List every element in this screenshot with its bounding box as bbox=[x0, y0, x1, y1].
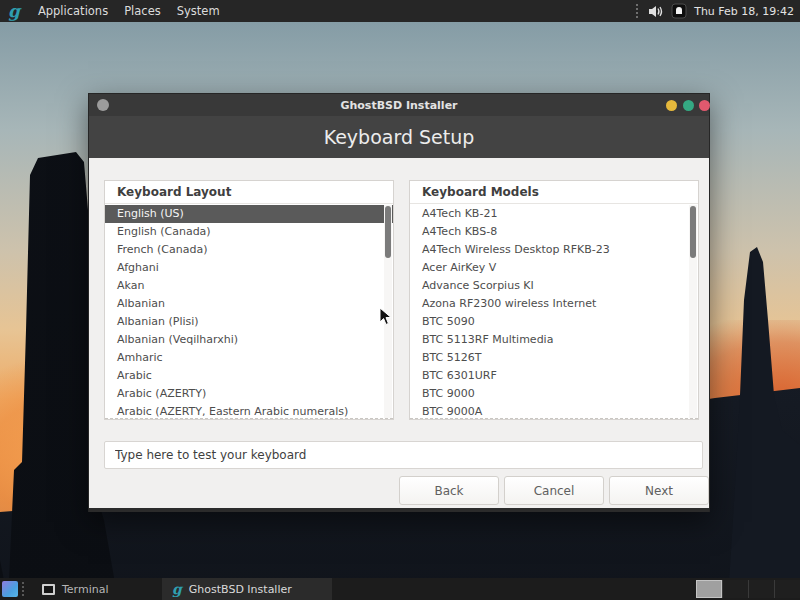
window-menu-button[interactable] bbox=[97, 99, 109, 111]
menu-applications[interactable]: Applications bbox=[30, 0, 116, 22]
clock[interactable]: Thu Feb 18, 19:42 bbox=[694, 5, 800, 18]
page-title: Keyboard Setup bbox=[324, 126, 475, 148]
window-header: Keyboard Setup bbox=[89, 116, 709, 158]
ghostbsd-logo-icon[interactable]: g bbox=[8, 1, 20, 21]
back-button[interactable]: Back bbox=[399, 476, 499, 505]
workspace-cell[interactable] bbox=[696, 580, 722, 598]
ghostbsd-installer-icon: g bbox=[172, 580, 182, 598]
list-item[interactable]: Arabic bbox=[105, 367, 393, 385]
list-item[interactable]: A4Tech KBS-8 bbox=[410, 223, 698, 241]
workspace-cell[interactable] bbox=[774, 580, 800, 598]
keyboard-layout-list[interactable]: English (US)English (Canada)French (Cana… bbox=[105, 205, 393, 419]
top-panel: g Applications Places System Thu Feb 18,… bbox=[0, 0, 800, 22]
list-item[interactable]: English (Canada) bbox=[105, 223, 393, 241]
list-item[interactable]: BTC 5113RF Multimedia bbox=[410, 331, 698, 349]
keyboard-models-panel-title: Keyboard Models bbox=[410, 181, 698, 204]
list-item[interactable]: Albanian (Plisi) bbox=[105, 313, 393, 331]
list-item[interactable]: BTC 6301URF bbox=[410, 367, 698, 385]
list-item[interactable]: Albanian (Veqilharxhi) bbox=[105, 331, 393, 349]
list-item[interactable]: Azona RF2300 wireless Internet bbox=[410, 295, 698, 313]
system-tray: Thu Feb 18, 19:42 bbox=[636, 0, 800, 22]
taskbar-item-installer[interactable]: g GhostBSD Installer bbox=[162, 578, 332, 600]
taskbar-item-label: GhostBSD Installer bbox=[189, 583, 292, 596]
list-item[interactable]: Albanian bbox=[105, 295, 393, 313]
taskbar-item-terminal[interactable]: Terminal bbox=[32, 578, 162, 600]
workspace-cell[interactable] bbox=[722, 580, 748, 598]
list-item[interactable]: A4Tech Wireless Desktop RFKB-23 bbox=[410, 241, 698, 259]
keyboard-models-list[interactable]: A4Tech KB-21A4Tech KBS-8A4Tech Wireless … bbox=[410, 205, 698, 419]
workspace-switcher bbox=[696, 580, 800, 598]
keyboard-test-input[interactable] bbox=[104, 441, 703, 469]
models-scrollbar-thumb[interactable] bbox=[690, 206, 696, 258]
menu-places[interactable]: Places bbox=[116, 0, 169, 22]
window-bottom-border bbox=[89, 508, 709, 512]
layout-scrollbar[interactable] bbox=[384, 205, 392, 418]
maximize-button[interactable] bbox=[683, 100, 694, 111]
list-item[interactable]: Amharic bbox=[105, 349, 393, 367]
list-item[interactable]: Afghani bbox=[105, 259, 393, 277]
tray-grip-handle[interactable] bbox=[636, 4, 641, 18]
taskbar: Terminal g GhostBSD Installer bbox=[0, 578, 800, 600]
minimize-button[interactable] bbox=[666, 100, 677, 111]
list-item[interactable]: A4Tech KB-21 bbox=[410, 205, 698, 223]
show-desktop-icon[interactable] bbox=[2, 581, 18, 597]
installer-window: GhostBSD Installer Keyboard Setup Keyboa… bbox=[88, 93, 710, 512]
volume-icon[interactable] bbox=[648, 3, 664, 19]
update-notifier-icon[interactable] bbox=[671, 3, 687, 19]
list-item[interactable]: French (Canada) bbox=[105, 241, 393, 259]
layout-scrollbar-thumb[interactable] bbox=[385, 206, 391, 258]
list-item[interactable]: Akan bbox=[105, 277, 393, 295]
list-item[interactable]: BTC 5126T bbox=[410, 349, 698, 367]
list-item[interactable]: Advance Scorpius KI bbox=[410, 277, 698, 295]
next-button[interactable]: Next bbox=[609, 476, 709, 505]
taskbar-item-label: Terminal bbox=[62, 583, 109, 596]
keyboard-models-panel: Keyboard Models A4Tech KB-21A4Tech KBS-8… bbox=[409, 180, 699, 420]
window-content: Keyboard Layout English (US)English (Can… bbox=[89, 158, 709, 508]
list-item[interactable]: Arabic (AZERTY) bbox=[105, 385, 393, 403]
cancel-button[interactable]: Cancel bbox=[504, 476, 604, 505]
window-title: GhostBSD Installer bbox=[89, 99, 709, 112]
taskbar-grip-handle[interactable] bbox=[22, 582, 26, 596]
terminal-icon bbox=[42, 584, 55, 595]
list-item[interactable]: English (US) bbox=[105, 205, 393, 223]
list-item[interactable]: Arabic (AZERTY, Eastern Arabic numerals) bbox=[105, 403, 393, 419]
models-scrollbar[interactable] bbox=[689, 205, 697, 418]
menu-system[interactable]: System bbox=[169, 0, 228, 22]
keyboard-layout-panel-title: Keyboard Layout bbox=[105, 181, 393, 204]
list-item[interactable]: Acer AirKey V bbox=[410, 259, 698, 277]
list-item[interactable]: BTC 9000 bbox=[410, 385, 698, 403]
close-button[interactable] bbox=[699, 100, 710, 111]
keyboard-layout-panel: Keyboard Layout English (US)English (Can… bbox=[104, 180, 394, 420]
dialog-button-row: Back Cancel Next bbox=[399, 476, 709, 505]
list-item[interactable]: BTC 5090 bbox=[410, 313, 698, 331]
window-titlebar[interactable]: GhostBSD Installer bbox=[89, 94, 709, 116]
list-item[interactable]: BTC 9000A bbox=[410, 403, 698, 419]
workspace-cell[interactable] bbox=[748, 580, 774, 598]
